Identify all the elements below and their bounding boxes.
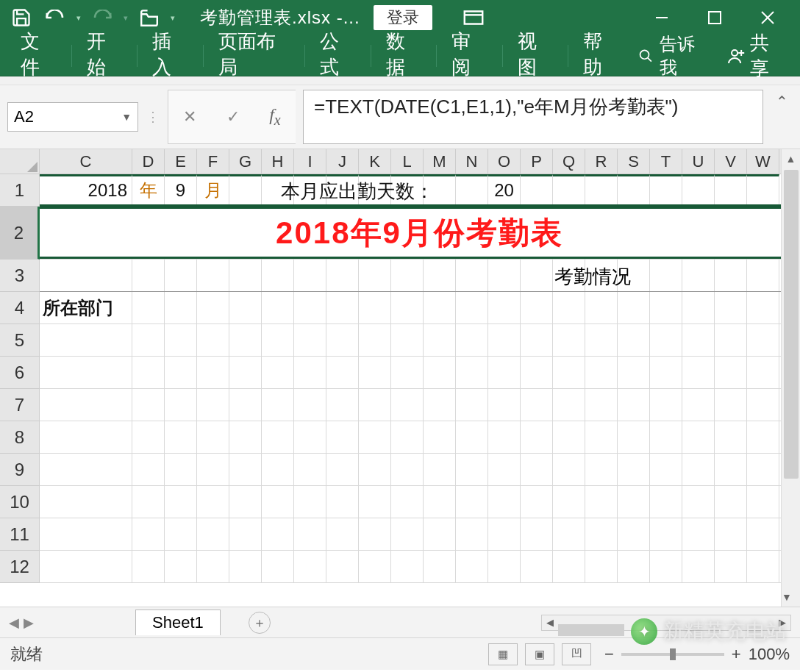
cell[interactable] [488, 389, 521, 421]
cell[interactable] [359, 292, 391, 324]
cell[interactable] [488, 518, 521, 550]
cell[interactable] [262, 486, 294, 518]
cell[interactable]: 2018 [40, 174, 132, 204]
row-header[interactable]: 3 [0, 260, 40, 292]
cell[interactable] [359, 551, 391, 582]
scroll-thumb[interactable] [558, 624, 624, 636]
cell[interactable] [521, 454, 553, 485]
cell[interactable] [229, 292, 262, 324]
tab-review[interactable]: 审阅 [441, 24, 498, 87]
cell[interactable] [682, 357, 715, 388]
cell[interactable] [424, 518, 456, 550]
cell[interactable] [132, 518, 165, 550]
cell[interactable] [715, 421, 747, 453]
cell[interactable] [650, 518, 682, 550]
cell[interactable] [262, 421, 294, 453]
cell[interactable] [747, 357, 779, 388]
cell[interactable] [229, 260, 262, 291]
cell[interactable] [424, 454, 456, 485]
cell[interactable] [197, 486, 229, 518]
tab-data[interactable]: 数据 [376, 24, 432, 87]
cell[interactable] [326, 260, 359, 291]
cell[interactable] [521, 421, 553, 453]
cell[interactable] [132, 421, 165, 453]
row-header[interactable]: 6 [0, 357, 40, 389]
cell[interactable] [682, 486, 715, 518]
cell[interactable] [424, 357, 456, 388]
cell[interactable] [229, 324, 262, 356]
cell[interactable] [585, 551, 618, 582]
col-header[interactable]: E [165, 149, 197, 174]
cell[interactable] [165, 518, 197, 550]
cell[interactable] [326, 486, 359, 518]
scroll-thumb[interactable] [784, 170, 799, 479]
cell[interactable] [197, 357, 229, 388]
cell[interactable] [488, 324, 521, 356]
cell[interactable] [715, 260, 747, 291]
tab-file[interactable]: 文件 [10, 24, 67, 87]
cell[interactable] [165, 357, 197, 388]
cell[interactable] [424, 292, 456, 324]
cell[interactable] [553, 389, 585, 421]
cell[interactable] [359, 260, 391, 291]
cell[interactable] [456, 486, 488, 518]
horizontal-scrollbar[interactable]: ◀ ▶ [541, 615, 791, 631]
cell[interactable] [521, 357, 553, 388]
cell[interactable] [359, 324, 391, 356]
row-header[interactable]: 10 [0, 486, 40, 518]
cell[interactable] [262, 324, 294, 356]
cell[interactable] [165, 324, 197, 356]
cell[interactable] [132, 551, 165, 582]
cell[interactable] [650, 357, 682, 388]
zoom-control[interactable]: − + 100% [604, 645, 790, 664]
col-header[interactable]: L [391, 149, 424, 174]
gripper-icon[interactable]: ⋮ [146, 90, 160, 144]
cell[interactable] [618, 518, 650, 550]
cell[interactable] [197, 292, 229, 324]
cell[interactable] [521, 292, 553, 324]
cell[interactable] [747, 260, 779, 291]
row-header[interactable]: 9 [0, 454, 40, 486]
tell-me-search[interactable]: 告诉我 [638, 32, 708, 79]
cell[interactable] [682, 324, 715, 356]
cell[interactable] [618, 292, 650, 324]
cell[interactable] [359, 518, 391, 550]
cell[interactable] [424, 260, 456, 291]
cell[interactable] [682, 421, 715, 453]
expand-formula-bar-button[interactable]: ⌃ [771, 90, 793, 144]
cell[interactable] [585, 292, 618, 324]
cell[interactable] [553, 421, 585, 453]
page-break-view-button[interactable]: 凹 [562, 643, 591, 665]
cell[interactable] [294, 518, 326, 550]
cell[interactable] [585, 357, 618, 388]
new-sheet-button[interactable]: ＋ [249, 612, 271, 634]
prev-sheet-button[interactable]: ◀ [9, 615, 19, 631]
cell[interactable] [553, 174, 585, 204]
row-header[interactable]: 11 [0, 518, 40, 551]
next-sheet-button[interactable]: ▶ [24, 615, 34, 631]
cell[interactable] [747, 389, 779, 421]
col-header[interactable]: I [294, 149, 326, 174]
scroll-right-icon[interactable]: ▶ [774, 617, 790, 628]
row-header[interactable]: 1 [0, 174, 40, 207]
zoom-out-button[interactable]: − [604, 645, 614, 664]
zoom-in-button[interactable]: + [732, 645, 741, 664]
cell[interactable] [294, 486, 326, 518]
cell[interactable] [747, 174, 779, 204]
cell[interactable] [391, 324, 424, 356]
cell[interactable] [359, 454, 391, 485]
zoom-value[interactable]: 100% [749, 645, 790, 664]
cell[interactable] [747, 421, 779, 453]
cell[interactable] [197, 454, 229, 485]
cell[interactable] [521, 518, 553, 550]
cell[interactable] [521, 260, 553, 291]
cell[interactable] [585, 486, 618, 518]
cell[interactable] [229, 389, 262, 421]
cell[interactable] [618, 324, 650, 356]
tab-help[interactable]: 帮助 [573, 24, 629, 87]
cell[interactable] [132, 389, 165, 421]
cell[interactable] [488, 454, 521, 485]
cell[interactable] [326, 454, 359, 485]
cell[interactable] [132, 454, 165, 485]
cell[interactable] [456, 357, 488, 388]
